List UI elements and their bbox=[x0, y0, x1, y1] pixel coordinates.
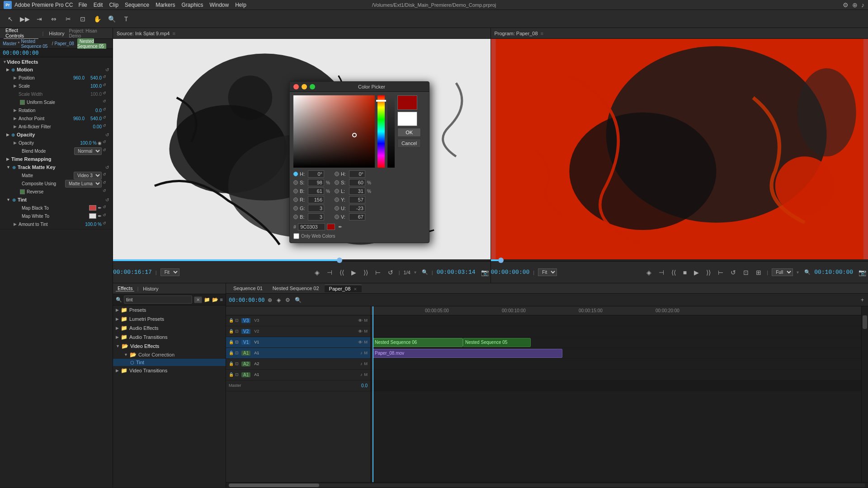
program-step-fwd[interactable]: ⟩⟩ bbox=[704, 268, 712, 277]
cp-h2-radio[interactable] bbox=[335, 172, 339, 176]
opacity-value[interactable]: 100.0 % bbox=[80, 141, 97, 145]
tab-history[interactable]: History bbox=[141, 286, 160, 291]
scale-width-reset[interactable]: ↺ bbox=[103, 91, 109, 97]
audio-transitions-folder[interactable]: ▶ 📁 Audio Transitions bbox=[113, 333, 226, 342]
track-select-tool[interactable]: ▶▶ bbox=[19, 13, 31, 25]
color-picker-min-btn[interactable] bbox=[302, 84, 307, 89]
color-picker-max-btn[interactable] bbox=[310, 84, 315, 89]
breadcrumb-sequence[interactable]: Nested Sequence 05 bbox=[21, 39, 50, 49]
cp-y-radio[interactable] bbox=[335, 197, 339, 202]
tab-nested02[interactable]: Nested Sequence 02 bbox=[268, 285, 324, 292]
type-tool[interactable]: T bbox=[120, 13, 132, 25]
map-white-swatch[interactable] bbox=[89, 213, 96, 219]
source-step-fwd[interactable]: ⟩⟩ bbox=[362, 268, 370, 277]
source-step-back[interactable]: ⟨⟨ bbox=[338, 268, 346, 277]
cp-b2-input[interactable] bbox=[308, 213, 324, 221]
map-black-swatch[interactable] bbox=[89, 205, 96, 211]
cp-r-radio[interactable] bbox=[293, 197, 298, 202]
matte-value-select[interactable]: Video 3 bbox=[74, 172, 102, 179]
antiflicker-value[interactable]: 0.00 bbox=[85, 124, 102, 129]
color-picker-close-btn[interactable] bbox=[293, 84, 299, 89]
video-effects-header[interactable]: ▼ Video Effects bbox=[0, 58, 113, 66]
cp-u-input[interactable] bbox=[349, 205, 365, 212]
presets-folder[interactable]: ▶ 📁 Presets bbox=[113, 305, 226, 314]
map-white-reset[interactable]: ↺ bbox=[103, 213, 109, 219]
track-a2-content[interactable] bbox=[371, 359, 861, 370]
opacity-reset[interactable]: ↺ bbox=[105, 132, 109, 137]
program-add-marker[interactable]: ◈ bbox=[645, 268, 653, 277]
source-scrub-bar[interactable] bbox=[113, 259, 491, 261]
matte-reset[interactable]: ↺ bbox=[103, 172, 109, 178]
track-v2-mute[interactable]: M bbox=[364, 329, 368, 333]
cp-v-radio[interactable] bbox=[335, 215, 339, 219]
rotation-value[interactable]: 0.0 bbox=[85, 108, 102, 113]
track-v1-target[interactable]: V1 bbox=[254, 340, 259, 344]
map-black-reset[interactable]: ↺ bbox=[103, 205, 109, 211]
program-camera[interactable]: 📷 bbox=[857, 268, 868, 277]
program-lift[interactable]: ⊡ bbox=[741, 268, 750, 277]
cp-only-web-checkbox[interactable] bbox=[293, 233, 299, 239]
razor-tool[interactable]: ✂ bbox=[62, 13, 74, 25]
menu-window[interactable]: Window bbox=[210, 2, 229, 8]
selection-tool[interactable]: ↖ bbox=[5, 13, 16, 25]
tint-effect-item[interactable]: ⬡ Tint bbox=[113, 359, 226, 366]
track-v2-eye[interactable]: 👁 bbox=[358, 329, 363, 334]
antiflicker-reset[interactable]: ↺ bbox=[103, 123, 109, 130]
opacity-row[interactable]: ▶ ⊕ Opacity ↺ bbox=[0, 131, 113, 139]
tab-history[interactable]: History bbox=[47, 31, 66, 36]
cp-y-input[interactable] bbox=[349, 196, 365, 203]
source-loop[interactable]: ↺ bbox=[386, 268, 395, 277]
uniform-scale-reset[interactable]: ↺ bbox=[103, 99, 109, 105]
track-a1-nested-speaker[interactable]: ♪ bbox=[360, 372, 363, 377]
slip-tool[interactable]: ⊡ bbox=[77, 13, 89, 25]
cp-h-radio[interactable] bbox=[293, 172, 298, 176]
blend-mode-select[interactable]: Normal bbox=[74, 147, 102, 155]
cp-s2-radio[interactable] bbox=[335, 180, 339, 185]
time-remapping-row[interactable]: ▶ Time Remapping bbox=[0, 155, 113, 163]
scale-value[interactable]: 100.0 bbox=[85, 84, 102, 89]
track-v2-content[interactable] bbox=[371, 326, 861, 337]
menu-markers[interactable]: Markers bbox=[156, 2, 175, 8]
tint-reset[interactable]: ↺ bbox=[105, 197, 109, 202]
cp-eyedropper-icon[interactable]: ✒ bbox=[338, 224, 342, 230]
zoom-tool[interactable]: 🔍 bbox=[106, 13, 118, 25]
opacity-toggle[interactable]: ◉ bbox=[98, 141, 102, 145]
program-out-point[interactable]: ⊢ bbox=[716, 268, 725, 277]
menu-edit[interactable]: Edit bbox=[94, 2, 103, 8]
track-a1-lock[interactable]: 🔒 bbox=[229, 351, 233, 355]
amount-reset[interactable]: ↺ bbox=[103, 221, 109, 227]
track-a2-lock[interactable]: 🔒 bbox=[229, 361, 233, 366]
cp-cancel-button[interactable]: Cancel bbox=[397, 139, 421, 148]
track-v1-lock[interactable]: 🔒 bbox=[229, 340, 233, 344]
cp-v-input[interactable] bbox=[349, 213, 365, 221]
program-fit-select[interactable]: Fit bbox=[538, 268, 557, 276]
track-a1-speaker[interactable]: ♪ bbox=[360, 351, 363, 355]
track-a2-mute[interactable]: M bbox=[364, 361, 368, 366]
motion-reset[interactable]: ↺ bbox=[105, 67, 109, 72]
cp-r-input[interactable] bbox=[308, 196, 324, 203]
hand-tool[interactable]: ✋ bbox=[91, 13, 103, 25]
position-y[interactable]: 540.0 bbox=[85, 75, 102, 80]
scrollbar-thumb-h[interactable] bbox=[229, 483, 319, 487]
new-folder-btn[interactable]: 📁 bbox=[204, 297, 210, 303]
motion-row[interactable]: ▶ ⊕ Motion ↺ bbox=[0, 66, 113, 74]
amount-value[interactable]: 100.0 % bbox=[85, 222, 102, 227]
composite-reset[interactable]: ↺ bbox=[103, 180, 109, 187]
effects-menu-btn[interactable]: ≡ bbox=[220, 297, 223, 302]
reverse-checkbox[interactable] bbox=[20, 189, 25, 194]
composite-select[interactable]: Matte Luma bbox=[65, 180, 102, 188]
track-matte-row[interactable]: ▼ ⊕ Track Matte Key ↺ bbox=[0, 163, 113, 171]
program-scrub-bar[interactable] bbox=[491, 259, 868, 261]
menu-help[interactable]: Help bbox=[235, 2, 246, 8]
menu-graphics[interactable]: Graphics bbox=[181, 2, 203, 8]
tab-close-icon[interactable]: ✕ bbox=[354, 287, 357, 291]
source-scrub-handle[interactable] bbox=[337, 258, 342, 263]
tab-effect-controls[interactable]: Effect Controls bbox=[4, 28, 38, 39]
rolling-edit-tool[interactable]: ⇔ bbox=[48, 13, 60, 25]
cp-s2-input[interactable] bbox=[349, 179, 365, 186]
effects-search-input[interactable] bbox=[124, 296, 192, 304]
search-clear-btn[interactable]: ✕ bbox=[194, 296, 202, 303]
track-a1-nested-content[interactable] bbox=[371, 370, 861, 380]
nested-06-clip[interactable]: Nested Sequence 06 bbox=[373, 338, 463, 347]
source-fit-select[interactable]: Fit bbox=[160, 268, 179, 276]
